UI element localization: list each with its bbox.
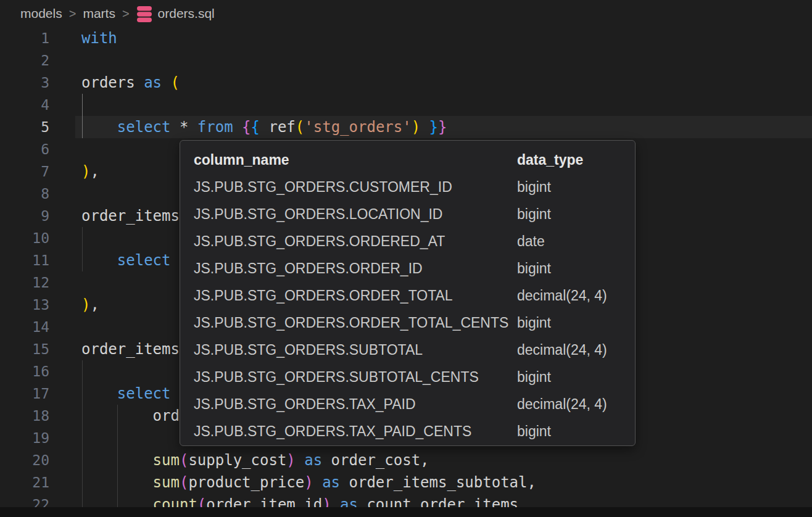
popup-row: JS.PUB.STG_ORDERS.TAX_PAIDdecimal(24, 4) [180,391,635,418]
line-number: 11 [0,249,49,271]
line-number: 1 [0,27,49,49]
data-type-cell: bigint [517,418,551,445]
column-name-cell: JS.PUB.STG_ORDERS.ORDER_TOTAL_CENTS [194,315,508,331]
line-number: 6 [0,138,49,160]
line-number: 21 [0,471,49,494]
data-type-cell: decimal(24, 4) [517,336,607,363]
column-name-cell: JS.PUB.STG_ORDERS.TAX_PAID_CENTS [194,423,471,439]
code-text: orders as ( [81,72,180,94]
line-number: 12 [0,271,49,294]
line-number: 3 [0,72,49,94]
code-text: sum(product_price) as order_items_subtot… [81,471,536,494]
code-text: ), [81,294,99,316]
popup-row: JS.PUB.STG_ORDERS.ORDER_IDbigint [180,255,635,282]
code-text: sum(supply_cost) as order_cost, [81,449,429,471]
breadcrumb-item-models[interactable]: models [20,6,62,21]
line-number: 13 [0,294,49,316]
line-number: 10 [0,227,49,249]
data-type-header: data_type [517,146,583,173]
breadcrumb: models > marts > orders.sql [0,0,812,27]
column-name-cell: JS.PUB.STG_ORDERS.TAX_PAID [194,396,416,412]
line-number: 16 [0,360,49,383]
popup-row: JS.PUB.STG_ORDERS.CUSTOMER_IDbigint [180,173,635,201]
code-line-2[interactable]: 2 [0,49,812,72]
line-number: 5 [0,116,49,138]
column-name-cell: JS.PUB.STG_ORDERS.SUBTOTAL [194,342,423,358]
popup-header-row: column_name data_type [180,146,635,173]
popup-row: JS.PUB.STG_ORDERS.ORDER_TOTALdecimal(24,… [180,282,635,309]
code-line-3[interactable]: 3orders as ( [0,72,812,94]
breadcrumb-item-marts[interactable]: marts [83,6,115,21]
breadcrumb-item-file[interactable]: orders.sql [158,6,215,21]
code-line-21[interactable]: 21 sum(product_price) as order_items_sub… [0,471,812,494]
code-text: order_items [81,338,180,360]
column-name-cell: JS.PUB.STG_ORDERS.CUSTOMER_ID [194,179,452,195]
database-icon [136,5,152,22]
column-name-cell: JS.PUB.STG_ORDERS.SUBTOTAL_CENTS [194,369,479,385]
line-number: 8 [0,183,49,205]
code-text: order_items [81,205,180,227]
code-text: with [81,27,117,49]
line-number: 9 [0,205,49,227]
column-preview-popup: column_name data_type JS.PUB.STG_ORDERS.… [180,140,636,446]
popup-row: JS.PUB.STG_ORDERS.SUBTOTAL_CENTSbigint [180,363,635,391]
editor-bottom-edge [0,507,812,517]
line-number: 19 [0,427,49,449]
code-line-4[interactable]: 4 [0,94,812,116]
popup-row: JS.PUB.STG_ORDERS.ORDER_TOTAL_CENTSbigin… [180,309,635,336]
line-number: 18 [0,405,49,427]
code-text: select * from {{ ref('stg_orders') }} [81,116,447,138]
data-type-cell: decimal(24, 4) [517,282,607,309]
code-line-20[interactable]: 20 sum(supply_cost) as order_cost, [0,449,812,471]
column-name-cell: JS.PUB.STG_ORDERS.ORDERED_AT [194,233,445,249]
code-text: select [81,249,171,271]
chevron-right-icon: > [122,7,130,21]
line-number: 20 [0,449,49,471]
data-type-cell: bigint [517,201,551,228]
code-line-1[interactable]: 1with [0,27,812,49]
data-type-cell: bigint [517,255,551,282]
popup-row: JS.PUB.STG_ORDERS.ORDERED_ATdate [180,228,635,255]
data-type-cell: bigint [517,309,551,336]
data-type-cell: decimal(24, 4) [517,391,607,418]
line-number: 2 [0,49,49,72]
line-number: 15 [0,338,49,360]
column-name-cell: JS.PUB.STG_ORDERS.ORDER_TOTAL [194,287,453,304]
data-type-cell: date [517,228,545,255]
line-number: 14 [0,316,49,338]
line-number: 17 [0,383,49,405]
popup-row: JS.PUB.STG_ORDERS.TAX_PAID_CENTSbigint [180,418,635,445]
code-line-5[interactable]: 5 select * from {{ ref('stg_orders') }} [0,116,812,138]
editor-window: models > marts > orders.sql 1with23order… [0,0,812,517]
column-name-header: column_name [194,152,289,168]
chevron-right-icon: > [69,7,77,21]
code-text: ord [81,405,180,427]
code-text: select [81,383,171,405]
line-number: 7 [0,160,49,183]
code-editor[interactable]: 1with23orders as (45 select * from {{ re… [0,27,812,517]
code-text: ), [81,160,99,183]
line-number: 4 [0,94,49,116]
column-name-cell: JS.PUB.STG_ORDERS.ORDER_ID [194,260,423,276]
column-name-cell: JS.PUB.STG_ORDERS.LOCATION_ID [194,206,442,222]
popup-row: JS.PUB.STG_ORDERS.LOCATION_IDbigint [180,201,635,228]
data-type-cell: bigint [517,173,551,201]
popup-row: JS.PUB.STG_ORDERS.SUBTOTALdecimal(24, 4) [180,336,635,363]
data-type-cell: bigint [517,363,551,391]
